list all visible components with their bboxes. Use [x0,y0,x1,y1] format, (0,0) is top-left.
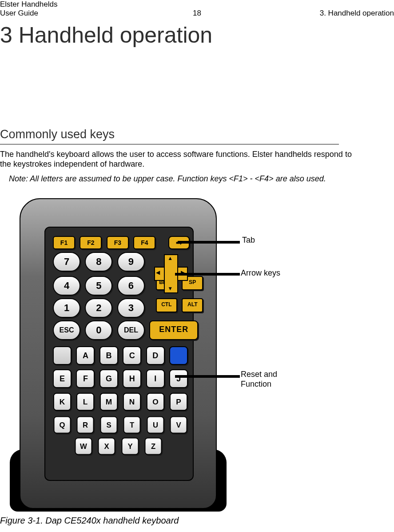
key-i: I [146,369,165,388]
section-underline [0,144,339,144]
key-del: DEL [117,320,145,340]
callout-line-reset [175,375,240,378]
callout-line-tab [178,241,240,244]
key-z: Z [145,437,162,455]
key-q: Q [53,416,71,433]
key-4: 4 [53,276,80,296]
figure-caption: Figure 3-1. Dap CE5240x handheld keyboar… [0,516,179,526]
key-n: N [123,393,141,411]
key-9: 9 [117,252,145,272]
key-7: 7 [53,252,80,272]
arrow-down-icon: ▼ [167,285,173,292]
key-f2: F2 [80,236,102,249]
note-text: Note: All letters are assumed to be uppe… [9,174,326,184]
callout-label-arrows: Arrow keys [241,268,280,278]
key-2: 2 [85,298,112,318]
callout-label-tab: Tab [242,236,255,245]
key-b: B [99,346,118,365]
key-t: T [123,416,141,433]
key-d: D [146,346,165,365]
key-h: H [123,369,141,388]
callout-label-reset2: Function [241,380,271,389]
key-f4: F4 [133,236,155,249]
key-blank [53,346,72,365]
key-0: 0 [85,320,112,340]
key-8: 8 [85,252,112,272]
callout-line-arrows [175,273,240,276]
figure-device: F1 F2 F3 F4 ➟ 7 8 9 ▲ ▼ ◀ ▶ [20,198,217,509]
chapter-title: 3 Handheld operation [0,22,212,48]
key-p: P [170,393,187,411]
key-reset-function [169,346,188,365]
key-g: G [99,369,118,388]
key-6: 6 [117,276,145,296]
key-3: 3 [117,298,145,318]
keyboard: F1 F2 F3 F4 ➟ 7 8 9 ▲ ▼ ◀ ▶ [52,235,185,452]
key-m: M [100,393,118,411]
key-u: U [147,416,164,433]
header-product: Elster Handhelds [0,0,57,9]
key-esc: ESC [53,320,80,340]
section-title: Commonly used keys [0,128,115,141]
key-1: 1 [53,298,80,318]
arrow-left-icon: ◀ [156,269,160,276]
header-section: 3. Handheld operation [320,9,394,18]
key-ctl: CTL [156,298,177,312]
key-s: S [100,416,117,433]
body-paragraph: The handheld's keyboard allows the user … [0,149,355,169]
key-o: O [147,393,164,411]
key-e: E [53,369,72,388]
key-j: J [169,369,188,388]
key-c: C [123,346,141,365]
callout-label-reset1: Reset and [241,370,277,379]
key-k: K [53,393,71,411]
key-alt: ALT [182,298,203,312]
key-f: F [76,369,95,388]
key-f3: F3 [107,236,129,249]
key-w: W [75,437,92,455]
key-5: 5 [85,276,112,296]
key-y: Y [121,437,139,455]
key-f1: F1 [53,236,75,249]
key-a: A [76,346,95,365]
key-r: R [77,416,94,433]
arrow-up-icon: ▲ [167,255,173,261]
key-v: V [170,416,187,433]
key-l: L [76,393,94,411]
key-enter: ENTER [149,320,198,340]
key-x: X [98,437,115,455]
